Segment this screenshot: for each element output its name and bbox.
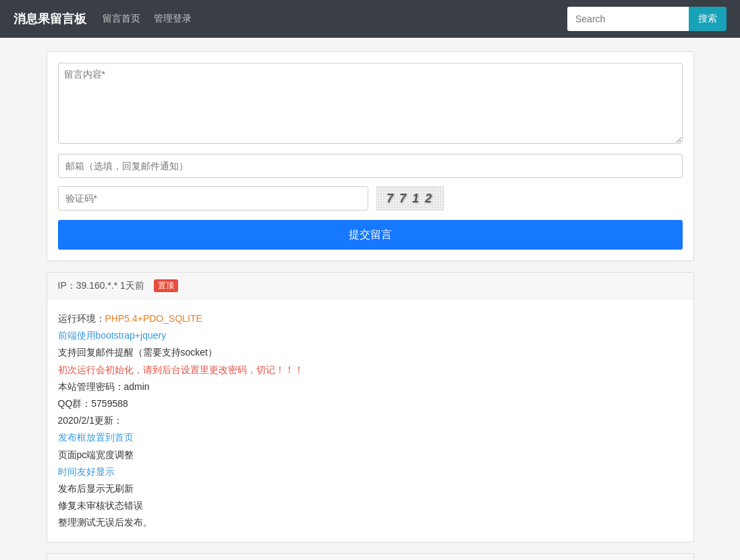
submit-button[interactable]: 提交留言 <box>58 220 683 250</box>
nav-admin[interactable]: 管理登录 <box>154 13 192 25</box>
nav: 留言首页 管理登录 <box>103 13 567 25</box>
body-env-value: PHP5.4+PDO_SQLITE <box>105 313 202 324</box>
body-no-refresh: 发布后显示无刷新 <box>58 483 134 494</box>
message-textarea[interactable] <box>58 63 683 144</box>
email-input[interactable] <box>58 154 683 178</box>
body-init-warn: 初次运行会初始化，请到后台设置里更改密码，切记！！！ <box>58 364 304 375</box>
email-row <box>58 154 683 178</box>
body-update: 2020/2/1更新： <box>58 415 123 426</box>
body-time-display: 时间友好显示 <box>58 466 115 477</box>
body-fix-status: 修复未审核状态错误 <box>58 500 143 511</box>
message-card-2: IP：118.183.*.* 4小时前 <box>47 553 694 560</box>
header: 消息果留言板 留言首页 管理登录 搜索 <box>0 0 740 38</box>
main-content: 7 7 1 2 提交留言 IP：39.160.*.* 1天前 置顶 运行环境：P… <box>33 51 708 560</box>
body-pwd: 本站管理密码：admin <box>58 381 150 392</box>
body-test-ok: 整理测试无误后发布。 <box>58 517 152 528</box>
body-publish-home: 发布框放置到首页 <box>58 432 134 443</box>
body-env-label: 运行环境： <box>58 313 105 324</box>
site-title: 消息果留言板 <box>13 11 86 27</box>
search-input[interactable] <box>567 7 689 31</box>
top-badge-1: 置顶 <box>154 279 178 292</box>
message-body-1: 运行环境：PHP5.4+PDO_SQLITE 前端使用bootstrap+jqu… <box>47 300 693 542</box>
message-ip-1: IP：39.160.*.* 1天前 <box>58 280 144 292</box>
body-bootstrap: 前端使用bootstrap+jquery <box>58 330 167 341</box>
captcha-row: 7 7 1 2 <box>58 186 683 211</box>
nav-home[interactable]: 留言首页 <box>103 13 140 25</box>
message-form: 7 7 1 2 提交留言 <box>47 51 694 261</box>
body-socket: 支持回复邮件提醒（需要支持socket） <box>58 347 217 358</box>
message-header-1: IP：39.160.*.* 1天前 置顶 <box>47 273 693 300</box>
captcha-image: 7 7 1 2 <box>376 186 444 211</box>
captcha-input[interactable] <box>58 186 368 211</box>
body-pc-width: 页面pc端宽度调整 <box>58 449 134 460</box>
search-bar: 搜索 <box>567 7 727 31</box>
search-button[interactable]: 搜索 <box>689 7 727 31</box>
captcha-text: 7 7 1 2 <box>387 192 433 206</box>
message-card-1: IP：39.160.*.* 1天前 置顶 运行环境：PHP5.4+PDO_SQL… <box>47 272 694 542</box>
message-header-2: IP：118.183.*.* 4小时前 <box>47 554 693 560</box>
body-qq: QQ群：5759588 <box>58 398 128 409</box>
